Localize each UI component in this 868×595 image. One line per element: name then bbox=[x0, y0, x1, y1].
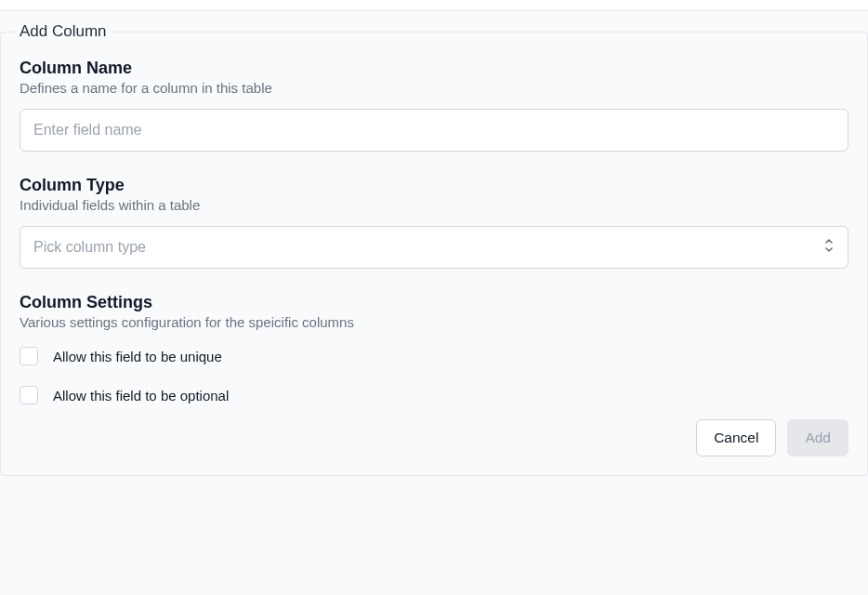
column-type-select-wrapper: Pick column type bbox=[20, 226, 848, 269]
column-name-input[interactable] bbox=[20, 109, 848, 152]
column-name-section: Column Name Defines a name for a column … bbox=[20, 59, 848, 152]
column-type-description: Individual fields within a table bbox=[20, 197, 848, 213]
form-body: Column Name Defines a name for a column … bbox=[1, 51, 867, 475]
cancel-button[interactable]: Cancel bbox=[696, 419, 776, 456]
column-settings-description: Various settings configuration for the s… bbox=[20, 314, 848, 330]
unique-checkbox-row: Allow this field to be unique bbox=[20, 347, 848, 365]
add-column-fieldset: Add Column Column Name Defines a name fo… bbox=[0, 32, 868, 476]
optional-checkbox-row: Allow this field to be optional bbox=[20, 386, 848, 404]
optional-checkbox-label: Allow this field to be optional bbox=[53, 388, 229, 403]
column-type-placeholder: Pick column type bbox=[33, 239, 146, 256]
column-settings-section: Column Settings Various settings configu… bbox=[20, 293, 848, 404]
column-settings-title: Column Settings bbox=[20, 293, 848, 312]
column-type-select[interactable]: Pick column type bbox=[20, 226, 848, 269]
add-button[interactable]: Add bbox=[787, 419, 848, 456]
button-row: Cancel Add bbox=[20, 419, 848, 456]
unique-checkbox-label: Allow this field to be unique bbox=[53, 349, 222, 364]
column-name-title: Column Name bbox=[20, 59, 848, 78]
column-type-title: Column Type bbox=[20, 176, 848, 195]
optional-checkbox[interactable] bbox=[20, 386, 38, 404]
top-bar bbox=[0, 0, 868, 11]
column-name-description: Defines a name for a column in this tabl… bbox=[20, 80, 848, 96]
form-legend: Add Column bbox=[16, 22, 111, 41]
unique-checkbox[interactable] bbox=[20, 347, 38, 365]
column-type-section: Column Type Individual fields within a t… bbox=[20, 176, 848, 269]
